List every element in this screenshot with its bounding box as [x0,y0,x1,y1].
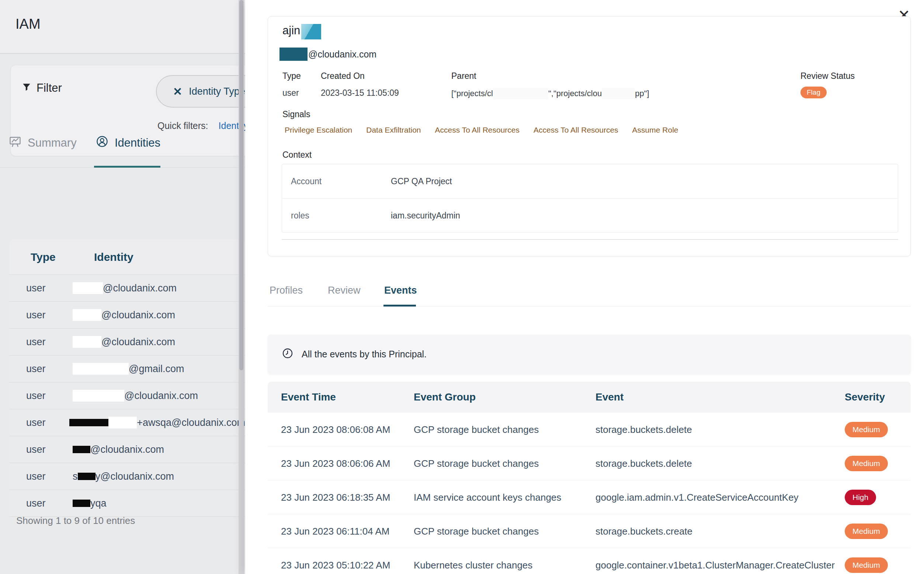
context-row: rolesiam.securityAdmin [282,199,898,232]
redaction-box [69,419,108,426]
type-cell: user [26,309,73,321]
event-group-cell: GCP storage bucket changes [414,457,539,469]
table-row[interactable]: user@gmail.com [9,356,245,382]
type-cell: user [26,336,73,348]
signal-chip: Data Exfiltration [362,123,425,137]
chip-close-icon[interactable]: ✕ [173,85,182,98]
redaction-box [73,309,101,321]
events-info-banner: All the events by this Principal. [268,334,911,374]
type-cell: user [26,417,69,429]
redaction-box [280,47,307,61]
field-type-label: Type [282,71,301,81]
redaction-box [73,390,124,402]
field-review-status: Review Status Flag [801,71,855,98]
redaction-box [78,473,95,480]
page-header: IAM [0,0,245,54]
redacted-text-part: pp"] [635,89,649,98]
severity-cell: Medium [845,422,888,437]
type-cell: user [26,282,73,294]
context-key: Account [291,177,321,186]
signals-label: Signals [282,109,310,119]
table-row[interactable]: user@cloudanix.com [9,302,245,329]
severity-badge: Medium [845,456,888,471]
iam-page: IAM Filter ✕ Identity Type: Us Quick fil… [0,0,245,574]
identity-email-text: @cloudanix.com [308,49,377,60]
severity-cell: Medium [845,456,888,471]
type-cell: user [26,363,73,375]
redacted-text-part: +awsqa@cloudanix.com [137,417,245,429]
page-scrollbar-thumb[interactable] [239,0,244,370]
event-time-cell: 23 Jun 2023 06:18:35 AM [281,492,390,503]
table-row[interactable]: usersy@cloudanix.com [9,463,245,490]
event-row[interactable]: 23 Jun 2023 06:18:35 AMIAM service accou… [268,480,911,514]
filter-toggle[interactable]: Filter [22,81,62,95]
field-parent: Parent ["projects/cl","projects/cloupp"] [451,71,649,99]
event-time-cell: 23 Jun 2023 08:06:06 AM [281,457,390,469]
tab-identities[interactable]: Identities [95,135,160,151]
table-row[interactable]: user+awsqa@cloudanix.com [9,409,245,436]
signal-chip: Access To All Resources [529,123,623,137]
context-key: roles [291,211,309,221]
event-row[interactable]: 23 Jun 2023 08:06:06 AMGCP storage bucke… [268,446,911,480]
tab-events[interactable]: Events [384,285,417,296]
identity-cell: +awsqa@cloudanix.com [69,417,245,429]
events-info-text: All the events by this Principal. [302,349,427,360]
redaction-box [73,500,90,507]
redacted-text-part: y@cloudanix.com [95,471,174,482]
funnel-icon [22,81,31,95]
tab-summary-label: Summary [28,136,77,150]
type-cell: user [26,390,73,402]
event-row[interactable]: 23 Jun 2023 05:10:22 AMKubernetes cluste… [268,548,911,574]
user-circle-icon [95,135,109,151]
tab-profiles[interactable]: Profiles [269,285,303,296]
identity-cell: @cloudanix.com [73,390,198,402]
tab-review[interactable]: Review [328,285,361,296]
redacted-text-part: ["projects/cl [451,89,493,98]
table-row[interactable]: user@cloudanix.com [9,382,245,409]
severity-badge: High [845,490,876,505]
event-name-cell: storage.buckets.delete [595,424,692,435]
events-table-body: 23 Jun 2023 08:06:08 AMGCP storage bucke… [268,413,911,574]
identity-cell: @cloudanix.com [73,444,164,456]
field-created-on: Created On 2023-03-15 11:05:09 [321,71,399,98]
type-cell: user [26,471,73,482]
table-row[interactable]: user@cloudanix.com [9,436,245,463]
event-group-cell: IAM service account keys changes [414,492,561,503]
table-row[interactable]: useryqa [9,490,245,517]
event-group-cell: GCP storage bucket changes [414,525,539,537]
table-row[interactable]: user@cloudanix.com [9,329,245,356]
identity-detail-card: ajin @cloudanix.com Type user Created On… [268,16,911,256]
identity-cell: sy@cloudanix.com [73,471,174,482]
identity-name: ajin [282,24,321,39]
identity-name-text: ajin [282,24,300,37]
event-name-cell: storage.buckets.delete [595,457,692,469]
signal-chip: Privilege Escalation [280,123,356,137]
event-row[interactable]: 23 Jun 2023 08:06:08 AMGCP storage bucke… [268,413,911,446]
events-table-header: Event Time Event Group Event Severity [268,382,911,413]
redaction-box [108,417,137,429]
table-row[interactable]: user@cloudanix.com [9,275,245,302]
tab-summary[interactable]: Summary [8,135,77,151]
redaction-box [602,88,635,99]
card-divider [282,239,898,240]
redaction-box [73,282,103,294]
page-title: IAM [16,16,41,32]
event-name-cell: google.container.v1beta1.ClusterManager.… [595,559,835,571]
event-name-cell: google.iam.admin.v1.CreateServiceAccount… [595,492,799,503]
severity-cell: Medium [845,557,888,573]
context-value: GCP QA Project [391,177,452,186]
identity-cell: @cloudanix.com [73,309,175,321]
redacted-text-part: @cloudanix.com [90,444,164,456]
identities-table-header: Type Identity [9,240,245,275]
review-status-badge[interactable]: Flag [801,87,827,98]
signals-list: Privilege EscalationData ExfiltrationAcc… [280,123,682,137]
identity-cell: yqa [73,498,106,509]
event-group-cell: Kubernetes cluster changes [414,559,532,571]
severity-cell: High [845,490,876,505]
active-tab-underline [94,166,160,168]
app-window: IAM Filter ✕ Identity Type: Us Quick fil… [0,0,924,574]
identities-table: Type Identity user@cloudanix.comuser@clo… [9,240,245,517]
redacted-text-part: @gmail.com [129,363,184,375]
signal-chip: Assume Role [628,123,683,137]
event-row[interactable]: 23 Jun 2023 06:11:04 AMGCP storage bucke… [268,514,911,548]
